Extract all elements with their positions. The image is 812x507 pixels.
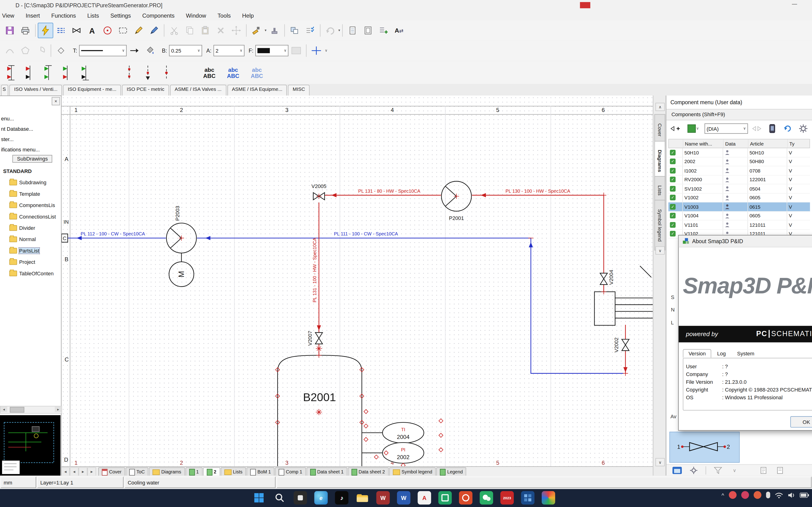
refresh-button[interactable] <box>781 122 794 135</box>
sheet-nav-prev[interactable]: ◄ <box>70 467 79 476</box>
symbol-tab-asme-equipment[interactable]: ASME / ISA Equipme... <box>227 85 287 96</box>
document-frame-button[interactable] <box>360 23 376 38</box>
symbol-tab-fragment[interactable]: S <box>1 85 8 96</box>
break-line-button-3[interactable] <box>157 62 176 83</box>
wps-icon[interactable]: W <box>376 491 390 504</box>
tab-log[interactable]: Log <box>711 349 731 358</box>
file-explorer-icon[interactable] <box>356 491 369 504</box>
menu-lists[interactable]: Lists <box>87 12 99 18</box>
delete-button[interactable] <box>213 23 229 38</box>
settings-gear-icon[interactable] <box>797 122 810 135</box>
flow-point-button-2[interactable] <box>21 62 39 83</box>
qq-icon[interactable] <box>754 491 761 499</box>
panel-horizontal-scrollbar[interactable]: ◄ ► <box>0 406 62 413</box>
menu-help[interactable]: Help <box>242 12 254 18</box>
side-tab-symbol-legend[interactable]: Symbol legend <box>654 200 665 250</box>
wechat-icon[interactable] <box>480 491 493 504</box>
sheet-tab-datasheet2[interactable]: Data sheet 2 <box>348 467 389 476</box>
qq-icon[interactable] <box>729 491 737 499</box>
pencil-tool-button[interactable] <box>131 23 146 38</box>
symbol-tab-iso-pce[interactable]: ISO PCE - metric <box>122 85 169 96</box>
header-name[interactable]: Name with... <box>683 139 724 148</box>
undo-button[interactable] <box>322 23 338 38</box>
arrow-tool-button[interactable] <box>126 43 142 58</box>
pen-tool-button[interactable] <box>146 23 162 38</box>
pie-tool-button[interactable] <box>33 43 49 58</box>
break-line-button-2[interactable] <box>139 62 157 83</box>
table-row[interactable]: ✓V10040605V <box>668 212 810 221</box>
symbol-tab-misc[interactable]: MISC <box>288 85 310 96</box>
sheet-tab-1[interactable]: 1 <box>185 467 203 476</box>
move-button[interactable] <box>229 23 244 38</box>
side-scroll-down-icon[interactable]: ∨ <box>656 246 665 255</box>
edge-browser-icon[interactable]: e <box>314 491 328 504</box>
microphone-icon[interactable] <box>766 492 770 498</box>
text-style-blue-button[interactable]: abcABC <box>221 62 245 83</box>
table-row[interactable]: ✓SV10020504V <box>668 184 810 193</box>
red-app-icon[interactable] <box>459 491 472 504</box>
panel-settings-gear-icon[interactable] <box>687 464 700 477</box>
tree-item-divider[interactable]: Divider <box>9 225 35 231</box>
sheet-tab-toc[interactable]: ToC <box>126 467 149 476</box>
tree-item-template[interactable]: Template <box>9 191 40 197</box>
header-data[interactable]: Data <box>724 139 749 148</box>
list-add-button[interactable] <box>376 23 391 38</box>
sheet-tab-comp1[interactable]: Comp 1 <box>275 467 306 476</box>
menu-components[interactable]: Components <box>142 12 174 18</box>
flow-point-button-3[interactable] <box>39 62 58 83</box>
table-row[interactable]: ✓V10020605V <box>668 193 810 203</box>
panel-menu-item-2[interactable]: nt Database... <box>1 126 33 132</box>
hidden-icons-caret[interactable]: ^ <box>721 492 724 498</box>
format-painter-dropdown[interactable]: ▾ <box>264 29 266 33</box>
symbol-mode-button[interactable] <box>69 23 84 38</box>
panel-menu-item-3[interactable]: ster... <box>1 136 14 142</box>
flow-point-button-5[interactable] <box>77 62 95 83</box>
panel-close-icon[interactable]: × <box>52 97 60 105</box>
undo-dropdown[interactable]: ▾ <box>338 29 340 33</box>
pipe-mode-button[interactable] <box>38 23 53 38</box>
sheet-tab-diagrams[interactable]: Diagrams <box>149 467 185 476</box>
symbol-preview[interactable]: 1 2 <box>669 432 740 463</box>
sheet-tab-datasheet1[interactable]: Data sheet 1 <box>306 467 347 476</box>
pair-symbols-button[interactable] <box>750 122 763 135</box>
panel-menu-item-1[interactable]: enu... <box>1 116 14 121</box>
qq-icon[interactable] <box>741 491 749 499</box>
app-2023-icon[interactable]: 2023 <box>500 491 514 504</box>
tree-root-standard[interactable]: STANDARD <box>3 168 32 174</box>
table-row[interactable]: ✓I10020708V <box>668 166 810 175</box>
menu-view[interactable]: View <box>2 12 14 18</box>
document-button[interactable] <box>345 23 360 38</box>
tree-item-subdrawing[interactable]: Subdrawing <box>9 180 47 185</box>
fill-tool-button[interactable] <box>142 43 158 58</box>
snap-cross-dropdown[interactable]: ∨ <box>325 49 327 53</box>
scroll-right-icon[interactable]: ► <box>55 406 61 412</box>
cut-button[interactable] <box>166 23 182 38</box>
translate-text-button[interactable]: A⇄ <box>391 23 407 38</box>
area-select-button[interactable] <box>115 23 131 38</box>
pan-window-thumbnail[interactable] <box>0 415 60 476</box>
tree-item-partslist[interactable]: PartsList <box>9 248 39 253</box>
arc-tool-button[interactable] <box>2 43 18 58</box>
table-row[interactable]: ✓V1101121011V <box>668 220 810 230</box>
side-tab-diagrams[interactable]: Diagrams <box>654 141 665 181</box>
menu-window[interactable]: Window <box>186 12 206 18</box>
snap-cross-button[interactable] <box>309 43 324 58</box>
dialog-title-bar[interactable]: About Smap3D P&ID <box>679 235 812 247</box>
line-type-combo[interactable]: ∨ <box>79 45 126 56</box>
drawing-canvas[interactable]: 1 2 3 4 5 6 1 2 3 4 5 6 A B C D <box>61 96 653 475</box>
dark-app-icon[interactable] <box>294 491 307 504</box>
side-scroll-up-icon[interactable]: ∧ <box>656 103 665 111</box>
menu-functions[interactable]: Functions <box>51 12 76 18</box>
dia-filter-combo[interactable]: (DIA)∨ <box>705 123 748 134</box>
diamond-node-button[interactable] <box>53 43 69 58</box>
filter-dropdown-icon[interactable]: ∨ <box>728 464 741 477</box>
tree-item-componentslist[interactable]: ComponentsLis <box>9 202 55 208</box>
subdrawings-button[interactable]: SubDrawings <box>12 155 52 163</box>
battery-icon[interactable] <box>800 493 809 498</box>
minimize-button[interactable]: — <box>792 1 797 7</box>
text-style-black-button[interactable]: abcABC <box>197 62 221 83</box>
pinwheel-app-icon[interactable] <box>542 491 555 504</box>
start-button[interactable] <box>252 491 266 504</box>
flow-point-button-1[interactable] <box>2 62 21 83</box>
layer-color-button[interactable]: ∨ <box>684 122 703 135</box>
